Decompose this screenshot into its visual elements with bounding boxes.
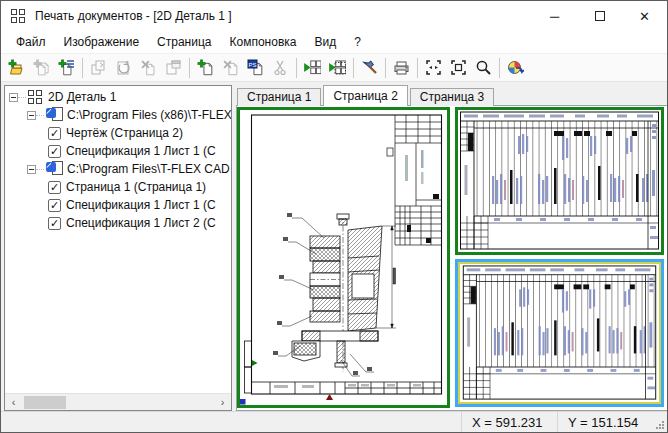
- checked-checkbox[interactable]: ✓: [48, 127, 61, 140]
- collapse-icon[interactable]: [27, 165, 36, 174]
- tab-sheet-1[interactable]: Страница 1: [237, 88, 321, 106]
- maximize-button[interactable]: [577, 1, 622, 31]
- menu-page[interactable]: Страница: [148, 32, 220, 52]
- document-icon: [46, 107, 63, 123]
- preview-page-drawing[interactable]: [237, 107, 450, 408]
- tab-sheet-2[interactable]: Страница 2: [323, 85, 407, 106]
- update-page-button[interactable]: [111, 56, 136, 80]
- svg-text:PS: PS: [248, 62, 256, 68]
- checked-checkbox[interactable]: ✓: [48, 199, 61, 212]
- zoom-button[interactable]: [471, 56, 496, 80]
- add-document-list-button[interactable]: [54, 56, 79, 80]
- tree-item-spec1-sheet1-doc2[interactable]: ✓ Спецификация 1 Лист 1 (С: [5, 196, 231, 214]
- arrange-pages-selected-button[interactable]: [325, 56, 350, 80]
- document-icon: [46, 161, 63, 177]
- tree-horizontal-scrollbar[interactable]: ‹ ›: [5, 393, 231, 410]
- arrange-pages-button[interactable]: [300, 56, 325, 80]
- print-button[interactable]: [389, 56, 414, 80]
- close-button[interactable]: ✕: [622, 1, 667, 31]
- scrollbar-thumb[interactable]: [24, 396, 66, 409]
- documents-tree-panel: 2D Деталь 1 C:\Program Files (x86)\T-FLE…: [4, 85, 232, 411]
- tree-item-composition-root[interactable]: 2D Деталь 1: [5, 88, 231, 106]
- app-icon: [11, 9, 26, 24]
- fit-window-button[interactable]: [421, 56, 446, 80]
- status-bar: X = 591.231 Y = 151.154: [1, 411, 667, 432]
- collapse-icon[interactable]: [9, 93, 18, 102]
- pages-properties-button[interactable]: [161, 56, 186, 80]
- preview-page-spec-sheet-2[interactable]: [455, 259, 664, 407]
- collapse-icon[interactable]: [27, 111, 36, 120]
- delete-page-button[interactable]: [218, 56, 243, 80]
- sheet-tabs: Страница 1 Страница 2 Страница 3: [236, 85, 667, 106]
- tree-item-page-drawing[interactable]: ✓ Чертёж (Страница 2): [5, 124, 231, 142]
- menu-layout[interactable]: Компоновка: [221, 32, 306, 52]
- title-bar: Печать документов - [2D Деталь 1 ] ─ ✕: [1, 1, 667, 31]
- minimize-button[interactable]: ─: [532, 1, 577, 31]
- tab-sheet-3[interactable]: Страница 3: [410, 88, 494, 106]
- preview-page-spec-sheet-1[interactable]: [455, 107, 664, 255]
- menu-image[interactable]: Изображение: [55, 32, 149, 52]
- scroll-right-icon[interactable]: ›: [214, 394, 231, 411]
- menu-file[interactable]: Файл: [7, 32, 55, 52]
- menu-view[interactable]: Вид: [305, 32, 345, 52]
- settings-button[interactable]: [357, 56, 382, 80]
- checked-checkbox[interactable]: ✓: [48, 181, 61, 194]
- maximize-icon: [595, 11, 605, 21]
- checked-checkbox[interactable]: ✓: [48, 217, 61, 230]
- remove-pages-button[interactable]: [136, 56, 161, 80]
- print-documents-window: Печать документов - [2D Деталь 1 ] ─ ✕ Ф…: [0, 0, 668, 433]
- new-page-button[interactable]: [193, 56, 218, 80]
- main-area: 2D Деталь 1 C:\Program Files (x86)\T-FLE…: [1, 82, 667, 411]
- tree-item-page-1[interactable]: ✓ Страница 1 (Страница 1): [5, 178, 231, 196]
- tree-item-spec1-sheet2-doc2[interactable]: ✓ Спецификация 1 Лист 2 (С: [5, 214, 231, 232]
- fit-margins-button[interactable]: [446, 56, 471, 80]
- color-mode-button[interactable]: [503, 56, 528, 80]
- tree-item-document-1[interactable]: C:\Program Files (x86)\T-FLEX\: [5, 106, 231, 124]
- menu-help[interactable]: ?: [345, 32, 370, 52]
- add-documents-button[interactable]: [29, 56, 54, 80]
- menu-bar: Файл Изображение Страница Компоновка Вид…: [1, 31, 667, 54]
- cut-pages-button[interactable]: [268, 56, 293, 80]
- page-setup-button[interactable]: PS: [243, 56, 268, 80]
- status-y-coordinate: Y = 151.154: [557, 412, 653, 432]
- status-x-coordinate: X = 591.231: [461, 412, 557, 432]
- checked-checkbox[interactable]: ✓: [48, 145, 61, 158]
- print-sheet-preview[interactable]: [236, 105, 667, 411]
- tree-item-document-2[interactable]: C:\Program Files\T-FLEX CAD 1: [5, 160, 231, 178]
- add-document-button[interactable]: [4, 56, 29, 80]
- copy-pages-button[interactable]: [86, 56, 111, 80]
- pages-grid-icon: [28, 90, 43, 104]
- toolbar: PS: [1, 54, 667, 82]
- scroll-left-icon[interactable]: ‹: [5, 394, 22, 411]
- resize-grip[interactable]: [653, 412, 667, 432]
- tree-item-spec1-sheet1[interactable]: ✓ Спецификация 1 Лист 1 (С: [5, 142, 231, 160]
- window-title: Печать документов - [2D Деталь 1 ]: [35, 9, 232, 23]
